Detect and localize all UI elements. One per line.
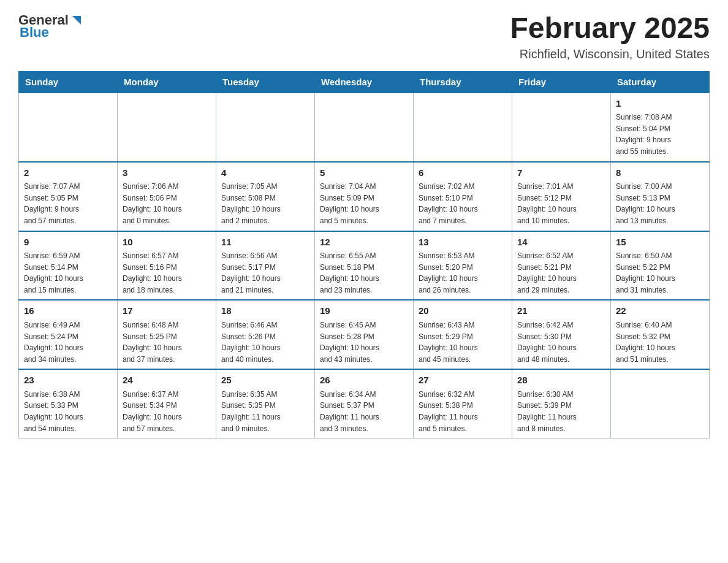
logo: General Blue: [18, 12, 83, 40]
day-info: Sunrise: 7:01 AMSunset: 5:12 PMDaylight:…: [517, 181, 605, 226]
day-info: Sunrise: 6:56 AMSunset: 5:17 PMDaylight:…: [221, 250, 309, 296]
table-row: 25Sunrise: 6:35 AMSunset: 5:35 PMDayligh…: [216, 369, 315, 438]
table-row: 16Sunrise: 6:49 AMSunset: 5:24 PMDayligh…: [19, 300, 118, 369]
table-row: 28Sunrise: 6:30 AMSunset: 5:39 PMDayligh…: [512, 369, 611, 438]
day-info: Sunrise: 6:34 AMSunset: 5:37 PMDaylight:…: [320, 389, 408, 434]
calendar-week-row: 16Sunrise: 6:49 AMSunset: 5:24 PMDayligh…: [19, 300, 710, 369]
col-wednesday: Wednesday: [315, 71, 414, 93]
table-row: 7Sunrise: 7:01 AMSunset: 5:12 PMDaylight…: [512, 162, 611, 231]
day-number: 7: [517, 166, 605, 180]
day-number: 13: [419, 236, 507, 250]
day-info: Sunrise: 7:06 AMSunset: 5:06 PMDaylight:…: [123, 181, 211, 226]
title-block: February 2025 Richfield, Wisconsin, Unit…: [510, 12, 710, 61]
table-row: 9Sunrise: 6:59 AMSunset: 5:14 PMDaylight…: [19, 231, 118, 301]
table-row: 11Sunrise: 6:56 AMSunset: 5:17 PMDayligh…: [216, 231, 315, 301]
day-info: Sunrise: 7:07 AMSunset: 5:05 PMDaylight:…: [24, 181, 112, 226]
col-monday: Monday: [118, 71, 216, 93]
table-row: 10Sunrise: 6:57 AMSunset: 5:16 PMDayligh…: [118, 231, 216, 301]
table-row: 18Sunrise: 6:46 AMSunset: 5:26 PMDayligh…: [216, 300, 315, 369]
table-row: 24Sunrise: 6:37 AMSunset: 5:34 PMDayligh…: [118, 369, 216, 438]
day-number: 5: [320, 166, 408, 180]
day-number: 2: [24, 166, 112, 180]
day-info: Sunrise: 7:04 AMSunset: 5:09 PMDaylight:…: [320, 181, 408, 226]
table-row: 12Sunrise: 6:55 AMSunset: 5:18 PMDayligh…: [315, 231, 414, 301]
table-row: [19, 93, 118, 162]
table-row: 6Sunrise: 7:02 AMSunset: 5:10 PMDaylight…: [414, 162, 512, 231]
day-info: Sunrise: 6:48 AMSunset: 5:25 PMDaylight:…: [123, 320, 211, 365]
day-number: 16: [24, 304, 112, 318]
day-info: Sunrise: 6:55 AMSunset: 5:18 PMDaylight:…: [320, 250, 408, 296]
day-number: 1: [616, 97, 704, 111]
col-tuesday: Tuesday: [216, 71, 315, 93]
day-number: 15: [616, 236, 704, 250]
day-info: Sunrise: 7:05 AMSunset: 5:08 PMDaylight:…: [221, 181, 309, 226]
day-number: 19: [320, 304, 408, 318]
col-saturday: Saturday: [611, 71, 710, 93]
day-number: 4: [221, 166, 309, 180]
location-title: Richfield, Wisconsin, United States: [510, 47, 710, 61]
table-row: 22Sunrise: 6:40 AMSunset: 5:32 PMDayligh…: [611, 300, 710, 369]
day-number: 24: [123, 373, 211, 388]
col-thursday: Thursday: [414, 71, 512, 93]
day-info: Sunrise: 6:59 AMSunset: 5:14 PMDaylight:…: [24, 250, 112, 296]
day-number: 23: [24, 373, 112, 388]
day-number: 25: [221, 373, 309, 388]
table-row: 26Sunrise: 6:34 AMSunset: 5:37 PMDayligh…: [315, 369, 414, 438]
table-row: 15Sunrise: 6:50 AMSunset: 5:22 PMDayligh…: [611, 231, 710, 301]
day-number: 14: [517, 236, 605, 250]
day-info: Sunrise: 6:43 AMSunset: 5:29 PMDaylight:…: [419, 320, 507, 365]
day-info: Sunrise: 6:52 AMSunset: 5:21 PMDaylight:…: [517, 250, 605, 296]
day-info: Sunrise: 6:49 AMSunset: 5:24 PMDaylight:…: [24, 320, 112, 365]
calendar-week-row: 1Sunrise: 7:08 AMSunset: 5:04 PMDaylight…: [19, 93, 710, 162]
calendar-header-row: Sunday Monday Tuesday Wednesday Thursday…: [19, 71, 710, 93]
svg-marker-0: [72, 16, 81, 25]
table-row: 23Sunrise: 6:38 AMSunset: 5:33 PMDayligh…: [19, 369, 118, 438]
table-row: 1Sunrise: 7:08 AMSunset: 5:04 PMDaylight…: [611, 93, 710, 162]
day-number: 17: [123, 304, 211, 318]
day-info: Sunrise: 6:53 AMSunset: 5:20 PMDaylight:…: [419, 250, 507, 296]
table-row: 2Sunrise: 7:07 AMSunset: 5:05 PMDaylight…: [19, 162, 118, 231]
table-row: [315, 93, 414, 162]
day-info: Sunrise: 6:57 AMSunset: 5:16 PMDaylight:…: [123, 250, 211, 296]
day-number: 22: [616, 304, 704, 318]
col-friday: Friday: [512, 71, 611, 93]
table-row: 20Sunrise: 6:43 AMSunset: 5:29 PMDayligh…: [414, 300, 512, 369]
calendar-week-row: 9Sunrise: 6:59 AMSunset: 5:14 PMDaylight…: [19, 231, 710, 301]
table-row: [512, 93, 611, 162]
day-number: 6: [419, 166, 507, 180]
table-row: [611, 369, 710, 438]
day-info: Sunrise: 6:37 AMSunset: 5:34 PMDaylight:…: [123, 389, 211, 434]
day-info: Sunrise: 6:42 AMSunset: 5:30 PMDaylight:…: [517, 320, 605, 365]
day-number: 20: [419, 304, 507, 318]
day-number: 9: [24, 236, 112, 250]
day-number: 3: [123, 166, 211, 180]
day-number: 18: [221, 304, 309, 318]
day-number: 12: [320, 236, 408, 250]
calendar-week-row: 2Sunrise: 7:07 AMSunset: 5:05 PMDaylight…: [19, 162, 710, 231]
day-info: Sunrise: 6:46 AMSunset: 5:26 PMDaylight:…: [221, 320, 309, 365]
day-info: Sunrise: 7:08 AMSunset: 5:04 PMDaylight:…: [616, 112, 704, 157]
day-number: 21: [517, 304, 605, 318]
logo-triangle-icon: [70, 13, 83, 27]
day-number: 11: [221, 236, 309, 250]
day-info: Sunrise: 6:40 AMSunset: 5:32 PMDaylight:…: [616, 320, 704, 365]
day-info: Sunrise: 6:38 AMSunset: 5:33 PMDaylight:…: [24, 389, 112, 434]
day-number: 10: [123, 236, 211, 250]
table-row: 13Sunrise: 6:53 AMSunset: 5:20 PMDayligh…: [414, 231, 512, 301]
day-info: Sunrise: 6:32 AMSunset: 5:38 PMDaylight:…: [419, 389, 507, 434]
logo-blue: Blue: [20, 25, 49, 40]
day-info: Sunrise: 6:30 AMSunset: 5:39 PMDaylight:…: [517, 389, 605, 434]
day-number: 8: [616, 166, 704, 180]
table-row: 3Sunrise: 7:06 AMSunset: 5:06 PMDaylight…: [118, 162, 216, 231]
page-header: General Blue February 2025 Richfield, Wi…: [18, 12, 710, 61]
day-info: Sunrise: 6:50 AMSunset: 5:22 PMDaylight:…: [616, 250, 704, 296]
table-row: 17Sunrise: 6:48 AMSunset: 5:25 PMDayligh…: [118, 300, 216, 369]
table-row: [118, 93, 216, 162]
day-number: 27: [419, 373, 507, 388]
table-row: 21Sunrise: 6:42 AMSunset: 5:30 PMDayligh…: [512, 300, 611, 369]
table-row: 5Sunrise: 7:04 AMSunset: 5:09 PMDaylight…: [315, 162, 414, 231]
calendar-table: Sunday Monday Tuesday Wednesday Thursday…: [18, 71, 710, 439]
month-title: February 2025: [510, 12, 710, 45]
table-row: 4Sunrise: 7:05 AMSunset: 5:08 PMDaylight…: [216, 162, 315, 231]
day-number: 28: [517, 373, 605, 388]
